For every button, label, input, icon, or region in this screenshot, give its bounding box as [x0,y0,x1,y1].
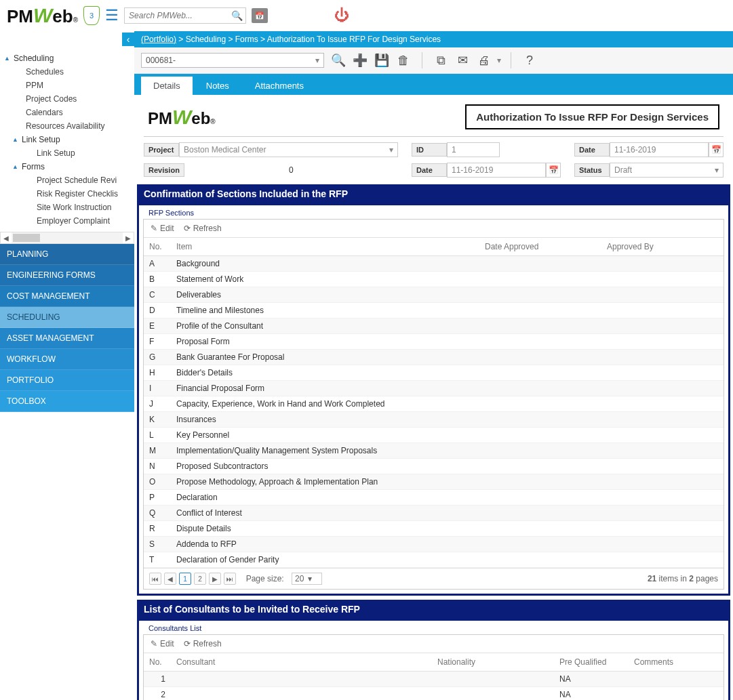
table-row[interactable]: PDeclaration [144,490,724,506]
module-cost[interactable]: COST MANAGEMENT [0,286,134,307]
table-row[interactable]: BStatement of Work [144,272,724,287]
tree-schedules[interactable]: Schedules [0,65,134,79]
scroll-left-icon[interactable]: ◀ [1,234,12,242]
module-portfolio[interactable]: PORTFOLIO [0,370,134,391]
tree-ppm[interactable]: PPM [0,79,134,92]
col-item[interactable]: Item [171,238,479,256]
table-row[interactable]: EProfile of the Consultant [144,318,724,334]
search-icon[interactable]: 🔍 [330,52,347,69]
col-nationality[interactable]: Nationality [432,653,554,672]
table-row[interactable]: TDeclaration of Gender Parity [144,552,724,568]
pager-page-1[interactable]: 1 [179,573,191,585]
tree-scheduling[interactable]: ▲Scheduling [0,52,134,65]
table-row[interactable]: 1NA [144,672,724,687]
cell-by [601,396,724,412]
table-row[interactable]: NProposed Subcontractors [144,459,724,474]
tree-ec[interactable]: Employer Complaint [0,214,134,228]
tree-h-scrollbar[interactable]: ◀ ▶ [0,232,134,244]
table-row[interactable]: RDispute Details [144,521,724,537]
pager-page-2[interactable]: 2 [194,573,206,585]
tree-calendars[interactable]: Calendars [0,106,134,119]
tree-swi[interactable]: Site Work Instruction [0,201,134,214]
date2-field[interactable]: 11-16-2019 [447,163,546,178]
pager-prev-icon[interactable]: ◀ [164,573,176,585]
col-no[interactable]: No. [144,653,171,672]
record-selector[interactable]: 000681- ▾ [141,53,324,68]
table-row[interactable]: 2NA [144,687,724,701]
cell-no: O [144,474,171,490]
refresh-button[interactable]: ⟳Refresh [184,224,222,233]
module-scheduling[interactable]: SCHEDULING [0,307,134,328]
calendar-icon[interactable]: 📅 [709,142,724,157]
delete-icon[interactable]: 🗑 [395,52,412,69]
project-field[interactable]: Boston Medical Center▾ [179,142,398,157]
sidebar-collapse-icon[interactable]: ‹ [122,33,134,46]
module-asset[interactable]: ASSET MANAGEMENT [0,328,134,349]
col-comments[interactable]: Comments [629,653,724,672]
col-date-approved[interactable]: Date Approved [479,238,601,256]
table-row[interactable]: JCapacity, Experience, Work in Hand and … [144,396,724,412]
id-field[interactable]: 1 [447,142,500,157]
col-no[interactable]: No. [144,238,171,256]
tree-psr[interactable]: Project Schedule Revi [0,173,134,187]
edit-button[interactable]: ✎Edit [151,639,174,648]
tree-forms[interactable]: ▲Forms [0,160,134,173]
add-icon[interactable]: ➕ [351,52,369,69]
table-row[interactable]: SAddenda to RFP [144,537,724,552]
shield-badge[interactable]: 3 [83,6,100,25]
table-row[interactable]: FProposal Form [144,334,724,350]
table-row[interactable]: ABackground [144,256,724,272]
scroll-thumb[interactable] [13,234,40,242]
breadcrumb-portfolio-link[interactable]: (Portfolio) [141,35,176,44]
save-icon[interactable]: 💾 [373,52,391,69]
tree-rrc[interactable]: Risk Register Checklis [0,187,134,201]
col-approved-by[interactable]: Approved By [601,238,724,256]
col-consultant[interactable]: Consultant [171,653,432,672]
tree-project-codes[interactable]: Project Codes [0,92,134,106]
status-field[interactable]: Draft▾ [610,163,724,178]
mail-icon[interactable]: ✉ [454,52,471,69]
edit-button[interactable]: ✎Edit [151,224,174,233]
tab-attachments[interactable]: Attachments [243,77,316,95]
table-row[interactable]: KInsurances [144,412,724,428]
dropdown-caret-icon[interactable]: ▾ [497,56,501,65]
search-input[interactable] [129,11,231,20]
calendar-icon[interactable]: 📅 [546,163,561,178]
table-row[interactable]: MImplementation/Quality Management Syste… [144,443,724,459]
pager-first-icon[interactable]: ⏮ [149,573,161,585]
cell-no: B [144,272,171,287]
copy-icon[interactable]: ⧉ [432,52,450,69]
calendar-shortcut-icon[interactable]: 📅 [252,8,268,23]
tab-details[interactable]: Details [141,77,193,95]
scroll-track[interactable] [12,232,123,243]
tree-link-setup-child[interactable]: Link Setup [0,146,134,160]
pager-last-icon[interactable]: ⏭ [224,573,236,585]
table-row[interactable]: HBidder's Details [144,365,724,381]
table-row[interactable]: QConflict of Interest [144,506,724,521]
search-box[interactable]: 🔍 [124,7,246,24]
module-toolbox[interactable]: TOOLBOX [0,391,134,412]
tree-resources[interactable]: Resources Availability [0,119,134,133]
module-engineering[interactable]: ENGINEERING FORMS [0,265,134,286]
search-icon[interactable]: 🔍 [231,10,243,21]
menu-icon[interactable]: ☰ [105,7,119,24]
module-planning[interactable]: PLANNING [0,244,134,265]
refresh-button[interactable]: ⟳Refresh [184,639,222,648]
table-row[interactable]: LKey Personnel [144,428,724,443]
table-row[interactable]: GBank Guarantee For Proposal [144,350,724,365]
tree-link-setup[interactable]: ▲Link Setup [0,133,134,146]
tab-notes[interactable]: Notes [194,77,241,95]
pager-next-icon[interactable]: ▶ [209,573,221,585]
help-icon[interactable]: ? [521,52,538,69]
page-size-select[interactable]: 20▾ [292,573,322,585]
scroll-right-icon[interactable]: ▶ [123,234,134,242]
col-prequalified[interactable]: Pre Qualified [554,653,629,672]
module-workflow[interactable]: WORKFLOW [0,349,134,370]
table-row[interactable]: IFinancial Proposal Form [144,381,724,396]
table-row[interactable]: CDeliverables [144,287,724,303]
print-icon[interactable]: 🖨 [475,52,493,69]
power-icon[interactable]: ⏻ [334,7,349,24]
date-field[interactable]: 11-16-2019 [610,142,709,157]
table-row[interactable]: OPropose Methodology, Approach & Impleme… [144,474,724,490]
table-row[interactable]: DTimeline and Milestones [144,303,724,318]
